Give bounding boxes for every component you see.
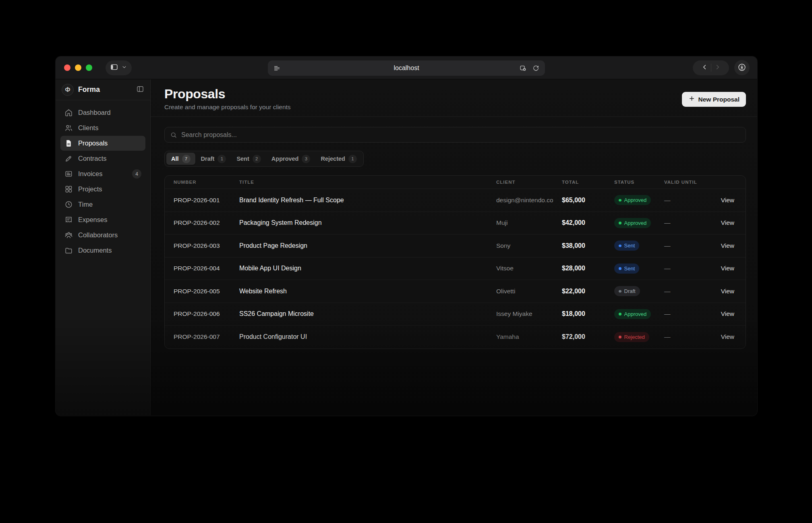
minimize-button[interactable] (75, 64, 81, 71)
table-header: NumberTitleClientTotalStatusValid until (165, 176, 746, 189)
tab-label: All (171, 156, 179, 162)
proposal-status: Sent (605, 264, 655, 274)
main-content: Proposals Create and manage proposals fo… (151, 79, 757, 415)
tab-all[interactable]: All 7 (166, 153, 195, 165)
page-subtitle: Create and manage proposals for your cli… (164, 104, 291, 111)
collapse-sidebar-button[interactable] (136, 85, 144, 94)
downloads-button[interactable] (734, 60, 750, 75)
sidebar-item-projects[interactable]: Projects (60, 182, 145, 197)
status-badge: Approved (614, 218, 651, 228)
sidebar-item-label: Time (78, 201, 93, 208)
proposal-valid-until: — (655, 219, 702, 226)
nav-cluster (693, 60, 750, 75)
zoom-button[interactable] (86, 64, 92, 71)
plus-icon (688, 95, 695, 104)
column-header-client: Client (487, 180, 553, 185)
reload-icon[interactable] (532, 64, 540, 72)
status-badge: Sent (614, 264, 639, 274)
sidebar-item-clients[interactable]: Clients (60, 120, 145, 135)
proposal-number: PROP-2026-006 (165, 310, 230, 318)
tab-label: Sent (236, 156, 249, 162)
table-row[interactable]: PROP-2026-005 Website Refresh Olivetti $… (165, 280, 746, 303)
proposal-client: Muji (487, 219, 553, 226)
sidebar-item-label: Dashboard (78, 109, 111, 116)
proposal-total: $65,000 (553, 197, 605, 204)
sidebar-item-expenses[interactable]: Expenses (60, 212, 145, 227)
proposal-number: PROP-2026-007 (165, 333, 230, 340)
tab-label: Draft (201, 156, 215, 162)
search-input[interactable] (181, 131, 740, 139)
clock-icon (64, 200, 73, 209)
table-row[interactable]: PROP-2026-003 Product Page Redesign Sony… (165, 235, 746, 257)
privacy-badge-icon[interactable] (519, 64, 527, 72)
reader-icon[interactable] (273, 64, 281, 72)
table-row[interactable]: PROP-2026-001 Brand Identity Refresh — F… (165, 189, 746, 212)
tab-approved[interactable]: Approved 3 (267, 153, 315, 165)
view-link[interactable]: View (721, 288, 734, 295)
sidebar-header: Φ Forma (56, 79, 150, 100)
table-row[interactable]: PROP-2026-006 SS26 Campaign Microsite Is… (165, 303, 746, 326)
tab-rejected[interactable]: Rejected 1 (316, 153, 361, 165)
status-dot-icon (619, 199, 621, 202)
tab-count-badge: 1 (348, 155, 357, 163)
view-link[interactable]: View (721, 219, 734, 226)
proposal-title: Product Page Redesign (230, 242, 487, 249)
sidebar-item-label: Contracts (78, 155, 107, 162)
sidebar-item-dashboard[interactable]: Dashboard (60, 105, 145, 120)
proposal-status: Approved (605, 218, 655, 228)
sidebar-item-proposals[interactable]: Proposals (60, 136, 145, 151)
view-link[interactable]: View (721, 197, 734, 203)
proposal-total: $42,000 (553, 219, 605, 226)
new-proposal-label: New Proposal (698, 96, 740, 103)
proposal-title: Brand Identity Refresh — Full Scope (230, 197, 487, 204)
tab-count-badge: 3 (302, 155, 310, 163)
tab-sent[interactable]: Sent 2 (232, 153, 265, 165)
sidebar-nav: Dashboard Clients Proposals Contracts In… (56, 100, 150, 263)
pen-icon (64, 154, 73, 163)
table-row[interactable]: PROP-2026-002 Packaging System Redesign … (165, 212, 746, 235)
view-link[interactable]: View (721, 265, 734, 272)
proposal-total: $28,000 (553, 265, 605, 272)
proposal-number: PROP-2026-004 (165, 265, 230, 272)
proposal-total: $18,000 (553, 310, 605, 318)
count-badge: 4 (132, 169, 141, 178)
proposal-number: PROP-2026-003 (165, 242, 230, 249)
url-text: localhost (268, 64, 545, 72)
page-title: Proposals (164, 87, 291, 102)
filter-tabs: All 7 Draft 1 Sent 2 Approved 3 Rejected… (164, 151, 364, 167)
document-icon (64, 139, 73, 147)
proposal-valid-until: — (655, 265, 702, 272)
address-bar[interactable]: localhost (268, 60, 545, 76)
proposal-valid-until: — (655, 288, 702, 295)
folder-icon (64, 246, 73, 255)
sidebar-toggle-button[interactable] (106, 60, 132, 75)
sidebar-item-time[interactable]: Time (60, 197, 145, 212)
app-name: Forma (78, 85, 100, 94)
new-proposal-button[interactable]: New Proposal (682, 92, 746, 107)
table-row[interactable]: PROP-2026-007 Product Configurator UI Ya… (165, 326, 746, 349)
proposal-client: Olivetti (487, 288, 553, 295)
column-header-title: Title (230, 180, 487, 185)
sidebar-item-label: Projects (78, 185, 102, 193)
back-button[interactable] (701, 63, 708, 72)
sidebar-item-invoices[interactable]: Invoices 4 (60, 166, 145, 181)
column-header-status: Status (605, 180, 655, 185)
status-dot-icon (619, 290, 621, 293)
sidebar-item-collaborators[interactable]: Collaborators (60, 228, 145, 243)
tab-draft[interactable]: Draft 1 (196, 153, 231, 165)
proposal-number: PROP-2026-005 (165, 288, 230, 295)
view-link[interactable]: View (721, 333, 734, 340)
sidebar-item-documents[interactable]: Documents (60, 243, 145, 258)
status-dot-icon (619, 267, 621, 270)
chevron-down-icon (121, 64, 127, 71)
sidebar-item-contracts[interactable]: Contracts (60, 151, 145, 166)
view-link[interactable]: View (721, 242, 734, 249)
status-badge: Approved (614, 195, 651, 205)
home-icon (64, 108, 73, 117)
sidebar-item-label: Expenses (78, 216, 107, 224)
view-link[interactable]: View (721, 310, 734, 317)
close-button[interactable] (64, 64, 70, 71)
forward-button[interactable] (714, 63, 721, 72)
search-icon (170, 131, 177, 139)
table-row[interactable]: PROP-2026-004 Mobile App UI Design Vitso… (165, 257, 746, 280)
